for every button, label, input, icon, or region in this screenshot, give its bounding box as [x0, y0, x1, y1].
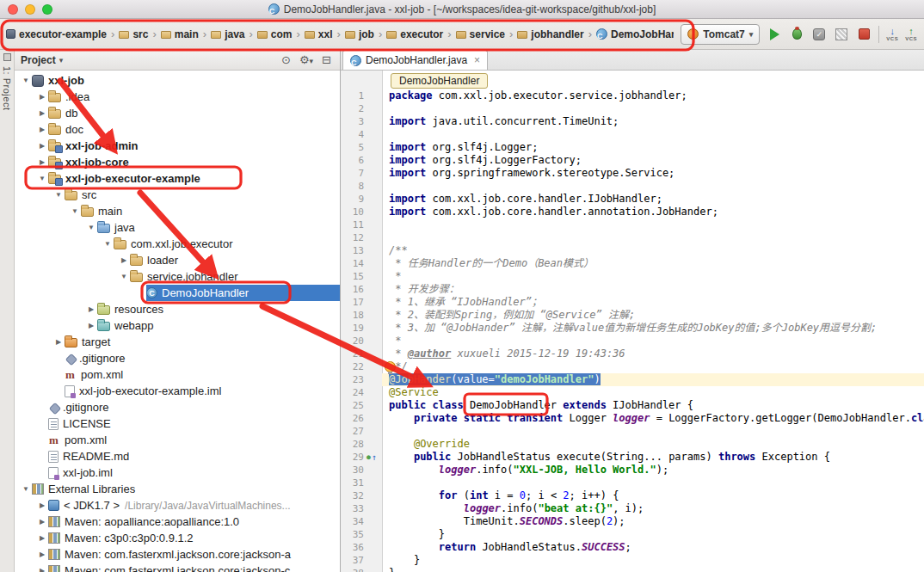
tree-item-resources[interactable]: ▶resources: [15, 301, 340, 317]
minimize-window-icon[interactable]: [25, 4, 35, 15]
tree-item-README.md[interactable]: README.md: [15, 448, 340, 464]
expand-arrow-icon[interactable]: ▶: [36, 567, 48, 572]
tree-item-xxl-job-executor-example.iml[interactable]: xxl-job-executor-example.iml: [15, 383, 340, 399]
code-line-13[interactable]: 13/**: [341, 244, 924, 257]
settings-gear-icon[interactable]: ⚙▾: [297, 53, 316, 66]
code-line-14[interactable]: 14 * 任务Handler的一个Demo（Bean模式）: [341, 257, 924, 270]
tree-item-doc[interactable]: ▶doc: [15, 121, 340, 138]
chevron-down-icon[interactable]: ▾: [59, 56, 64, 65]
expand-arrow-icon[interactable]: ▶: [118, 256, 130, 264]
code-line-25[interactable]: 25public class DemoJobHandler extends IJ…: [341, 399, 924, 412]
code-line-3[interactable]: 3import java.util.concurrent.TimeUnit;: [341, 115, 924, 128]
expand-arrow-icon[interactable]: ▶: [36, 109, 48, 117]
tree-item-.gitignore[interactable]: .gitignore: [15, 350, 340, 366]
vcs-update-button[interactable]: ↓ VCS: [886, 27, 898, 41]
collapse-arrow-icon[interactable]: ▼: [85, 224, 97, 231]
collapse-arrow-icon[interactable]: ▼: [20, 77, 32, 84]
expand-arrow-icon[interactable]: ▶: [36, 501, 48, 509]
overrides-gutter-icon[interactable]: ●: [367, 451, 371, 464]
tree-item-DemoJobHandler[interactable]: DemoJobHandler: [15, 285, 340, 301]
debug-button[interactable]: [789, 27, 804, 42]
tree-item-.idea[interactable]: ▶.idea: [15, 89, 340, 105]
maximize-window-icon[interactable]: [42, 4, 52, 15]
tree-item-xxl-job-admin[interactable]: ▶xxl-job-admin: [15, 138, 340, 154]
tree-item-pom.xml[interactable]: pom.xml: [15, 366, 340, 383]
breadcrumb-item-java[interactable]: java: [210, 27, 245, 42]
code-line-9[interactable]: 9import com.xxl.job.core.handler.IJobHan…: [341, 193, 924, 206]
breadcrumb-item-jobhandler[interactable]: jobhandler: [516, 27, 584, 42]
expand-arrow-icon[interactable]: ▶: [36, 142, 48, 150]
tree-item-JDK1.7[interactable]: ▶< JDK1.7 >/Library/Java/JavaVirtualMach…: [15, 497, 340, 514]
vcs-commit-button[interactable]: ↑ VCS: [905, 27, 917, 41]
breadcrumb-item-xxl[interactable]: xxl: [304, 27, 334, 42]
tree-item-LICENSE[interactable]: LICENSE: [15, 415, 340, 432]
code-line-4[interactable]: 4: [341, 128, 924, 141]
code-line-5[interactable]: 5import org.slf4j.Logger;: [341, 141, 924, 154]
locate-icon[interactable]: ⊙: [279, 53, 293, 66]
code-line-26[interactable]: 26 private static transient Logger logge…: [341, 412, 924, 425]
breadcrumb-item-com[interactable]: com: [256, 27, 293, 42]
breadcrumb-item-src[interactable]: src: [118, 27, 149, 42]
hide-panel-icon[interactable]: ⊟: [319, 53, 334, 66]
collapse-arrow-icon[interactable]: ▼: [36, 175, 48, 182]
code-line-27[interactable]: 27: [341, 425, 924, 438]
code-line-32[interactable]: 32 for (int i = 0; i < 2; i++) {: [341, 489, 924, 502]
tree-item-java[interactable]: ▼java: [15, 219, 340, 236]
editor-tab[interactable]: DemoJobHandler.java ×: [342, 50, 488, 70]
tree-item-Mavenaopallianceaopalliance1.0[interactable]: ▶Maven: aopalliance:aopalliance:1.0: [15, 514, 340, 530]
code-line-8[interactable]: 8: [341, 180, 924, 193]
expand-arrow-icon[interactable]: ▶: [36, 158, 48, 166]
tree-item-Mavenc3p0c3p00.9.1.2[interactable]: ▶Maven: c3p0:c3p0:0.9.1.2: [15, 530, 340, 546]
breadcrumb-item-executor-example[interactable]: executor-example: [5, 27, 108, 42]
expand-arrow-icon[interactable]: ▶: [36, 550, 48, 558]
expand-arrow-icon[interactable]: ▶: [36, 126, 48, 133]
tree-item-Mavencom.fasterxml.jackson.corejackson-c[interactable]: ▶Maven: com.fasterxml.jackson.core:jacks…: [15, 563, 340, 572]
code-line-1[interactable]: 1package com.xxl.job.executor.service.jo…: [341, 89, 924, 102]
tree-item-xxl-job-executor-example[interactable]: ▼xxl-job-executor-example: [15, 170, 340, 187]
code-line-23[interactable]: 23@JobHander(value="demoJobHandler"): [341, 373, 924, 386]
code-line-31[interactable]: 31: [341, 477, 924, 489]
tree-item-xxl-job.iml[interactable]: xxl-job.iml: [15, 464, 340, 481]
tree-item-src[interactable]: ▼src: [15, 187, 340, 203]
code-line-17[interactable]: 17 * 1、继承 “IJobHandler”；: [341, 296, 924, 309]
code-line-29[interactable]: 29●↑ public JobHandleStatus execute(Stri…: [341, 451, 924, 464]
tree-item-pom.xml[interactable]: pom.xml: [15, 432, 340, 448]
code-line-35[interactable]: 35 }: [341, 528, 924, 541]
project-stripe-tab[interactable]: 1: Project: [2, 66, 12, 110]
collapse-arrow-icon[interactable]: ▼: [69, 207, 81, 215]
code-line-34[interactable]: 34 TimeUnit.SECONDS.sleep(2);: [341, 515, 924, 528]
tree-item-ExternalLibraries[interactable]: ▼External Libraries: [15, 481, 340, 497]
expand-arrow-icon[interactable]: ▶: [85, 305, 97, 313]
code-line-18[interactable]: 18 * 2、装配到Spring，例如加 “@Service” 注解;: [341, 309, 924, 322]
close-window-icon[interactable]: [8, 4, 18, 15]
tree-item-db[interactable]: ▶db: [15, 105, 340, 121]
collapse-arrow-icon[interactable]: ▼: [20, 485, 32, 493]
editor-breadcrumb-chip[interactable]: DemoJobHandler: [391, 73, 488, 89]
code-line-37[interactable]: 37 }: [341, 554, 924, 567]
expand-arrow-icon[interactable]: ▶: [36, 534, 48, 542]
breadcrumb-item-main[interactable]: main: [160, 27, 200, 42]
breadcrumb-item-executor[interactable]: executor: [385, 27, 444, 42]
tree-item-service.jobhandler[interactable]: ▼service.jobhandler: [15, 268, 340, 285]
collapse-arrow-icon[interactable]: ▼: [52, 191, 65, 199]
code-line-2[interactable]: 2: [341, 102, 924, 115]
expand-arrow-icon[interactable]: ▶: [85, 322, 97, 329]
code-line-28[interactable]: 28 @Override: [341, 438, 924, 451]
code-line-22[interactable]: 22 */: [341, 360, 924, 373]
code-line-24[interactable]: 24@Service: [341, 386, 924, 399]
code-line-36[interactable]: 36 return JobHandleStatus.SUCCESS;: [341, 541, 924, 554]
code-line-7[interactable]: 7import org.springframework.stereotype.S…: [341, 167, 924, 180]
coverage-button[interactable]: ✓: [811, 27, 827, 42]
expand-arrow-icon[interactable]: ▶: [52, 338, 65, 346]
profiler-button[interactable]: [834, 27, 849, 42]
tree-item-target[interactable]: ▶target: [15, 334, 340, 350]
breadcrumb-item-job[interactable]: job: [344, 27, 375, 42]
collapse-arrow-icon[interactable]: ▼: [118, 273, 130, 280]
tree-item-Mavencom.fasterxml.jackson.corejackson-a[interactable]: ▶Maven: com.fasterxml.jackson.core:jacks…: [15, 546, 340, 563]
tree-item-main[interactable]: ▼main: [15, 203, 340, 219]
tree-item-xxl-job[interactable]: ▼xxl-job: [15, 72, 340, 89]
run-button[interactable]: [767, 27, 782, 42]
code-line-33[interactable]: 33 logger.info("beat at:{}", i);: [341, 502, 924, 515]
tree-item-com.xxl.job.executor[interactable]: ▼com.xxl.job.executor: [15, 236, 340, 252]
code-line-19[interactable]: 19 * 3、加 “@JobHander” 注解，注解value值为新增任务生成…: [341, 322, 924, 335]
